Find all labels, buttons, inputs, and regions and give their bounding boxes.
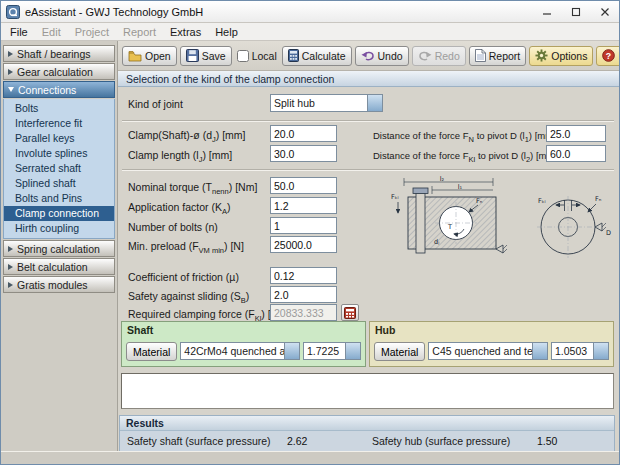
sidebar-section-label: Shaft / bearings [17,48,91,60]
menu-file[interactable]: File [3,24,35,40]
hub-material-panel: Hub Material C45 quenched and temper... … [369,321,614,367]
sidebar-section-label: Connections [18,84,76,96]
kind-of-joint-select[interactable]: Split hub [270,94,383,112]
distance-fkl-input[interactable] [546,145,606,162]
sidebar-item-splined-shaft[interactable]: Splined shaft [4,176,114,191]
svg-text:T: T [447,223,452,231]
calculate-button-label: Calculate [302,50,346,62]
required-force-calculator-button[interactable] [341,304,359,321]
shaft-panel-row: Material 42CrMo4 quenched and te... 1.72… [126,342,361,361]
hub-material-button[interactable]: Material [374,342,425,361]
svg-text:?: ? [606,51,611,61]
clamp-length-input[interactable] [270,145,337,162]
shaft-material-button[interactable]: Material [126,342,177,361]
menu-project[interactable]: Project [68,24,116,40]
open-button[interactable]: Open [122,46,177,66]
shaft-material-number-select[interactable]: 1.7225 [303,342,361,360]
maximize-button[interactable] [561,1,590,23]
undo-button[interactable]: Undo [355,46,409,66]
minimize-button[interactable] [532,1,561,23]
shaft-material-select[interactable]: 42CrMo4 quenched and te... [180,342,300,360]
help-button[interactable]: ? Help [596,46,620,66]
sidebar-section-label: Gratis modules [17,279,88,291]
message-area [121,373,614,409]
calculate-button[interactable]: Calculate [282,46,352,66]
sidebar-section-gear-calculation[interactable]: Gear calculation [3,63,115,80]
svg-text:Fₖₗ: Fₖₗ [538,197,546,205]
safety-sliding-label: Safety against sliding (SB) [128,290,249,305]
clamp-length-label: Clamp length (lJ) [mm] [128,149,232,164]
sidebar-section-connections[interactable]: Connections [3,81,115,98]
distance-fkl-label: Distance of the force FKl to pivot D (l2… [373,150,557,164]
app-window: eAssistant - GWJ Technology GmbH File Ed… [0,0,620,465]
nominal-torque-label: Nominal torque (Tnenn) [Nm] [128,181,257,196]
toolbar: Open Save Local [118,41,619,71]
required-force-input [270,304,337,321]
hub-material-select[interactable]: C45 quenched and temper... [428,342,548,360]
save-button-label: Save [202,50,226,62]
min-preload-input[interactable] [270,236,337,253]
clamp-diameter-input[interactable] [270,125,337,142]
application-factor-label: Application factor (KA) [128,201,230,216]
local-checkbox[interactable] [237,50,249,62]
menu-edit[interactable]: Edit [35,24,68,40]
nominal-torque-input[interactable] [270,177,337,194]
sidebar-item-serrated-shaft[interactable]: Serrated shaft [4,161,114,176]
distance-fn-input[interactable] [546,125,606,142]
menu-extras[interactable]: Extras [163,24,208,40]
friction-input[interactable] [270,267,337,284]
dropdown-button[interactable] [593,343,608,359]
hub-material-number-select[interactable]: 1.0503 [551,342,609,360]
sidebar-item-involute-splines[interactable]: Involute splines [4,146,114,161]
menu-bar: File Edit Project Report Extras Help [1,23,619,41]
maximize-icon [571,7,581,17]
options-button[interactable]: Options [529,46,593,66]
friction-label: Coefficient of friction (µ) [128,271,239,283]
sidebar-section-spring-calculation[interactable]: Spring calculation [3,240,115,257]
menu-report[interactable]: Report [116,24,163,40]
sidebar-item-bolts-and-pins[interactable]: Bolts and Pins [4,191,114,206]
expand-down-icon [8,87,14,92]
svg-text:dⱼ: dⱼ [434,238,439,246]
sidebar-item-hirth-coupling[interactable]: Hirth coupling [4,221,114,236]
safety-sliding-input[interactable] [270,286,337,303]
shaft-material-panel: Shaft Material 42CrMo4 quenched and te..… [121,321,366,367]
mini-calculator-icon [344,307,356,319]
calculator-icon [288,49,299,62]
dropdown-button[interactable] [367,95,382,111]
separator [122,120,614,122]
expand-right-icon [8,282,13,288]
safety-shaft-label: Safety shaft (surface pressure) [127,435,271,447]
sidebar-section-gratis-modules[interactable]: Gratis modules [3,276,115,293]
report-button-label: Report [489,50,521,62]
toolbar-right-group: Report Opt [469,46,620,66]
sidebar-item-interference-fit[interactable]: Interference fit [4,116,114,131]
kind-of-joint-label: Kind of joint [128,98,183,110]
sidebar-item-parallel-keys[interactable]: Parallel keys [4,131,114,146]
window-controls [532,1,619,23]
sidebar-section-label: Spring calculation [17,243,100,255]
dropdown-button[interactable] [532,343,547,359]
report-button[interactable]: Report [469,46,527,66]
number-of-bolts-input[interactable] [270,217,337,234]
dropdown-button[interactable] [284,343,299,359]
dropdown-button[interactable] [345,343,360,359]
hub-panel-row: Material C45 quenched and temper... 1.05… [374,342,609,361]
menu-help[interactable]: Help [208,24,245,40]
undo-button-label: Undo [378,50,403,62]
status-bar [1,451,619,464]
application-factor-input[interactable] [270,197,337,214]
sidebar-section-shaft-bearings[interactable]: Shaft / bearings [3,45,115,62]
window-title: eAssistant - GWJ Technology GmbH [25,6,203,18]
sidebar-section-belt-calculation[interactable]: Belt calculation [3,258,115,275]
local-checkbox-group[interactable]: Local [235,50,279,62]
open-button-label: Open [145,50,171,62]
close-button[interactable] [590,1,619,23]
clamp-connection-diagram: l₂ l₁ Fₖₗ Fₙ dⱼ T [390,175,616,267]
hub-material-number-value: 1.0503 [552,343,593,359]
sidebar-item-clamp-connection[interactable]: Clamp connection [4,206,114,221]
redo-button[interactable]: Redo [412,46,466,66]
save-button[interactable]: Save [180,46,232,66]
sidebar-item-bolts[interactable]: Bolts [4,101,114,116]
safety-hub-label: Safety hub (surface pressure) [372,435,510,447]
